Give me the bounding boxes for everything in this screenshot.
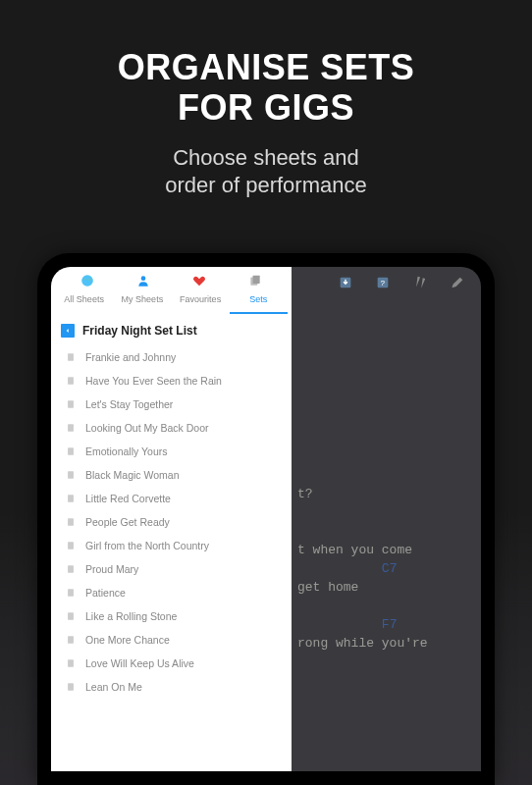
sets-icon [248, 274, 262, 291]
svg-rect-9 [68, 471, 74, 479]
heart-icon [192, 274, 206, 291]
svg-rect-18 [68, 683, 74, 691]
chord-line: C7 [292, 559, 481, 578]
set-folder-icon [61, 324, 75, 338]
list-item[interactable]: Proud Mary [51, 557, 292, 581]
chord-label: F7 [382, 617, 398, 632]
tab-label-all-sheets[interactable]: All Sheets [55, 292, 113, 314]
sheet-icon [65, 611, 76, 622]
song-list: Frankie and Johnny Have You Ever Seen th… [51, 345, 292, 699]
lyrics-line [292, 522, 481, 541]
download-icon[interactable] [338, 275, 353, 290]
list-item[interactable]: Little Red Corvette [51, 487, 292, 510]
promo-subtitle-line2: order of performance [0, 172, 532, 200]
chord-line: F7 [292, 615, 481, 634]
song-title: Let's Stay Together [85, 398, 173, 410]
sheet-icon [65, 541, 76, 551]
svg-rect-3 [253, 276, 260, 284]
tab-favourites[interactable] [172, 273, 228, 292]
sheet-icon [65, 635, 76, 646]
sheet-icon [65, 376, 76, 387]
phone-screen: All Sheets My Sheets Favourites Sets Fri… [51, 267, 481, 771]
list-item[interactable]: Girl from the North Country [51, 534, 292, 557]
tab-label-favourites[interactable]: Favourites [172, 292, 230, 314]
list-item[interactable]: Frankie and Johnny [51, 345, 292, 369]
sheet-icon [65, 470, 76, 481]
promo-subtitle-line1: Choose sheets and [0, 144, 532, 173]
song-title: Emotionally Yours [85, 445, 167, 457]
svg-rect-10 [68, 495, 74, 502]
svg-rect-17 [68, 659, 74, 667]
promo-title: ORGANISE SETS FOR GIGS [0, 0, 532, 129]
svg-rect-8 [68, 447, 74, 455]
svg-rect-15 [68, 612, 74, 620]
sheet-icon [65, 446, 76, 457]
sheet-toolbar: ? [292, 275, 481, 298]
tab-sets[interactable] [228, 273, 284, 292]
svg-rect-4 [68, 353, 74, 361]
list-item[interactable]: One More Chance [51, 628, 292, 652]
sheet-icon [65, 517, 76, 528]
svg-rect-6 [68, 400, 74, 408]
globe-icon [80, 274, 94, 291]
sidebar: All Sheets My Sheets Favourites Sets Fri… [51, 267, 292, 771]
list-item[interactable]: Like a Rolling Stone [51, 604, 292, 628]
tab-labels-row: All Sheets My Sheets Favourites Sets [51, 292, 292, 314]
song-title: Patience [85, 587, 126, 599]
song-title: Proud Mary [85, 563, 138, 575]
set-title: Friday Night Set List [82, 324, 197, 338]
svg-rect-5 [68, 377, 74, 385]
sheet-icon [65, 352, 76, 363]
song-title: Looking Out My Back Door [85, 422, 208, 434]
tab-label-my-sheets[interactable]: My Sheets [113, 292, 171, 314]
song-title: Love Will Keep Us Alive [85, 657, 194, 669]
svg-rect-7 [68, 424, 74, 432]
info-icon[interactable]: ? [375, 275, 391, 290]
svg-rect-11 [68, 518, 74, 526]
list-item[interactable]: Looking Out My Back Door [51, 416, 292, 440]
lyrics-block: t? t when you come C7 get home F7 rong w… [292, 485, 481, 653]
sheet-icon [65, 588, 76, 599]
tab-my-sheets[interactable] [115, 273, 171, 292]
sheet-preview-pane: ? t? t when you come C7 get home [292, 267, 481, 771]
sheet-icon [65, 423, 76, 434]
song-title: Frankie and Johnny [85, 351, 176, 363]
edit-icon[interactable] [450, 275, 465, 290]
tab-label-sets[interactable]: Sets [230, 292, 288, 314]
svg-text:?: ? [381, 279, 386, 288]
list-item[interactable]: Love Will Keep Us Alive [51, 652, 292, 675]
svg-point-0 [81, 275, 93, 287]
list-item[interactable]: Lean On Me [51, 675, 292, 699]
song-title: Little Red Corvette [85, 493, 171, 504]
phone-frame: All Sheets My Sheets Favourites Sets Fri… [37, 253, 495, 785]
chord-label: C7 [382, 561, 398, 576]
song-title: People Get Ready [85, 516, 170, 528]
user-icon [136, 274, 150, 291]
promo-title-line2: FOR GIGS [0, 87, 532, 128]
list-item[interactable]: People Get Ready [51, 510, 292, 534]
song-title: Like a Rolling Stone [85, 610, 177, 622]
tools-icon[interactable] [412, 275, 428, 290]
list-item[interactable]: Let's Stay Together [51, 392, 292, 416]
svg-rect-14 [68, 589, 74, 597]
list-item[interactable]: Black Magic Woman [51, 463, 292, 487]
list-item[interactable]: Have You Ever Seen the Rain [51, 369, 292, 392]
set-header[interactable]: Friday Night Set List [51, 314, 292, 345]
sheet-icon [65, 658, 76, 669]
sheet-icon [65, 399, 76, 410]
song-title: Lean On Me [85, 681, 142, 693]
sheet-icon [65, 682, 76, 693]
tab-all-sheets[interactable] [59, 273, 115, 292]
tab-icons-row [51, 267, 292, 292]
sheet-icon [65, 564, 76, 575]
song-title: Girl from the North Country [85, 540, 209, 551]
promo-subtitle: Choose sheets and order of performance [0, 129, 532, 200]
svg-rect-16 [68, 636, 74, 644]
lyrics-line: t when you come [292, 541, 481, 559]
sheet-icon [65, 494, 76, 504]
lyrics-line [292, 597, 481, 615]
lyrics-line: rong while you're [292, 634, 481, 653]
list-item[interactable]: Emotionally Yours [51, 440, 292, 463]
list-item[interactable]: Patience [51, 581, 292, 604]
lyrics-line: t? [292, 485, 481, 503]
